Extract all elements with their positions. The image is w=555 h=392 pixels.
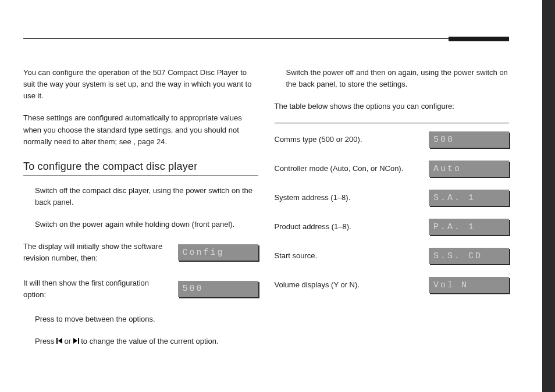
press-change-b: or <box>62 337 73 345</box>
step-2a: Switch on the power again while holding … <box>35 220 192 229</box>
display-row-2: It will then show the first configuratio… <box>23 277 258 301</box>
option-row: System address (1–8).S.A. 1 <box>275 190 510 206</box>
option-lcd: 500 <box>429 131 509 148</box>
press-move: Press to move between the options. <box>35 313 258 325</box>
option-row: Product address (1–8).P.A. 1 <box>275 219 510 235</box>
next-track-icon <box>73 338 79 344</box>
display-row-1-text: The display will initially show the soft… <box>23 241 169 264</box>
intro2-b: , page 24. <box>133 137 167 146</box>
header-block <box>449 37 509 41</box>
prev-track-icon <box>56 338 62 344</box>
intro2-a: These settings are configured automatica… <box>23 113 242 145</box>
option-lcd: Auto <box>429 161 509 177</box>
store-settings: Switch the power off and then on again, … <box>286 67 510 90</box>
option-lcd: P.A. 1 <box>429 219 509 235</box>
step-1: Switch off the compact disc player, usin… <box>35 185 258 208</box>
option-label: Comms type (500 or 200). <box>275 134 420 145</box>
table-intro: The table below shows the options you ca… <box>275 101 510 112</box>
option-label: Volume displays (Y or N). <box>275 280 420 290</box>
display-row-1: The display will initially show the soft… <box>23 241 258 264</box>
press-change: Press or to change the value of the curr… <box>35 336 258 347</box>
right-column: Switch the power off and then on again, … <box>275 67 510 358</box>
header-rule <box>23 38 509 39</box>
press-move-a: Press <box>35 315 56 323</box>
option-label: Product address (1–8). <box>275 222 420 232</box>
options-table: Comms type (500 or 200).500Controller mo… <box>275 131 510 293</box>
press-change-a: Press <box>35 337 56 345</box>
option-row: Controller mode (Auto, Con, or NCon).Aut… <box>275 161 510 177</box>
option-label: Controller mode (Auto, Con, or NCon). <box>275 163 420 174</box>
page: You can configure the operation of the 5… <box>0 38 532 358</box>
press-move-b: to move between the options. <box>56 315 155 323</box>
press-change-c: to change the value of the current optio… <box>79 337 219 345</box>
option-lcd: Vol N <box>429 277 509 293</box>
option-label: System address (1–8). <box>275 193 420 203</box>
option-lcd: S.S. CD <box>429 248 509 264</box>
lcd-config: Config <box>178 244 258 261</box>
option-row: Start source.S.S. CD <box>275 248 510 264</box>
section-heading: To configure the compact disc player <box>23 161 258 173</box>
option-label: Start source. <box>275 251 420 261</box>
intro-paragraph-1: You can configure the operation of the 5… <box>23 67 258 102</box>
page-edge-tab <box>542 0 555 392</box>
display-row-2-text: It will then show the first configuratio… <box>23 277 169 301</box>
option-row: Volume displays (Y or N).Vol N <box>275 277 510 293</box>
intro-paragraph-2: These settings are configured automatica… <box>23 112 258 147</box>
options-table-rule <box>275 123 510 123</box>
option-lcd: S.A. 1 <box>429 190 509 206</box>
lcd-first-option: 500 <box>178 281 258 297</box>
section-rule <box>23 175 258 176</box>
step-2b: (front panel). <box>192 220 235 229</box>
step-2: Switch on the power again while holding … <box>35 219 258 230</box>
option-row: Comms type (500 or 200).500 <box>275 131 510 148</box>
left-column: You can configure the operation of the 5… <box>23 67 258 358</box>
